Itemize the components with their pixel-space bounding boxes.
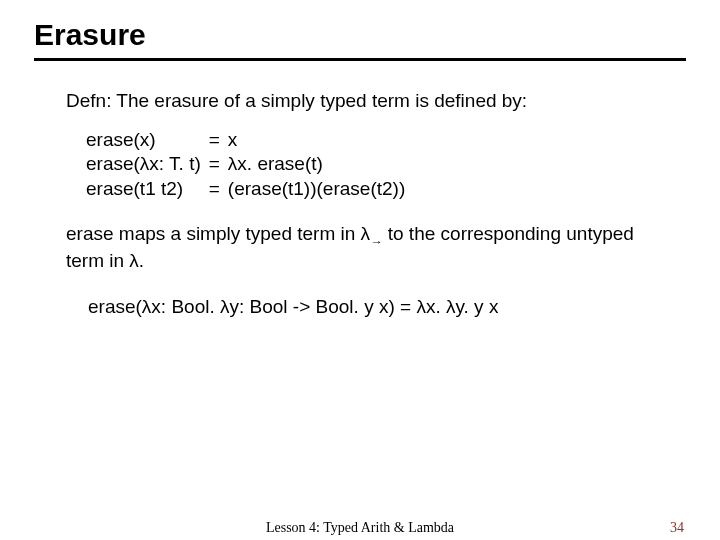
rule-rhs: x bbox=[224, 128, 409, 153]
table-row: erase(x) = x bbox=[82, 128, 409, 153]
rule-lhs: erase(λx: T. t) bbox=[82, 152, 205, 177]
rule-lhs: erase(t1 t2) bbox=[82, 177, 205, 202]
definition-intro: Defn: The erasure of a simply typed term… bbox=[66, 89, 654, 114]
erasure-rules-table: erase(x) = x erase(λx: T. t) = λx. erase… bbox=[82, 128, 409, 202]
table-row: erase(λx: T. t) = λx. erase(t) bbox=[82, 152, 409, 177]
rule-eq: = bbox=[205, 152, 224, 177]
footer-lesson-label: Lesson 4: Typed Arith & Lambda bbox=[0, 520, 720, 536]
rule-eq: = bbox=[205, 177, 224, 202]
erase-maps-note: erase maps a simply typed term in λ→ to … bbox=[66, 222, 654, 274]
example-equation: erase(λx: Bool. λy: Bool -> Bool. y x) =… bbox=[88, 295, 654, 320]
arrow-subscript: → bbox=[370, 235, 382, 249]
rule-rhs: λx. erase(t) bbox=[224, 152, 409, 177]
rule-lhs: erase(x) bbox=[82, 128, 205, 153]
rule-rhs: (erase(t1))(erase(t2)) bbox=[224, 177, 409, 202]
title-rule bbox=[34, 58, 686, 61]
rule-eq: = bbox=[205, 128, 224, 153]
table-row: erase(t1 t2) = (erase(t1))(erase(t2)) bbox=[82, 177, 409, 202]
footer-page-number: 34 bbox=[670, 520, 684, 536]
slide-title: Erasure bbox=[34, 18, 686, 52]
slide: Erasure Defn: The erasure of a simply ty… bbox=[0, 0, 720, 540]
mapnote-pre: erase maps a simply typed term in λ bbox=[66, 223, 370, 244]
slide-body: Defn: The erasure of a simply typed term… bbox=[34, 89, 686, 320]
